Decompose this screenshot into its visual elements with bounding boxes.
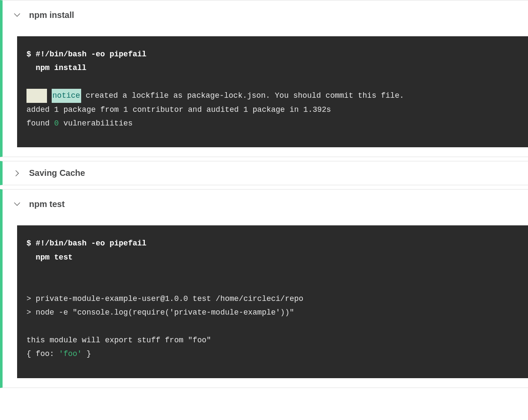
step-header-saving-cache[interactable]: Saving Cache bbox=[3, 161, 528, 185]
terminal-text: added 1 package from 1 contributor and a… bbox=[26, 105, 331, 114]
terminal-number: 0 bbox=[54, 119, 59, 128]
terminal-text: found bbox=[26, 119, 54, 128]
step-title: npm install bbox=[29, 10, 74, 20]
chevron-right-icon bbox=[13, 169, 21, 178]
terminal-prompt: $ bbox=[26, 239, 36, 248]
terminal-shebang: #!/bin/bash -eo pipefail bbox=[36, 50, 147, 58]
terminal-text: { foo: bbox=[26, 350, 59, 358]
terminal-text: this module will export stuff from "foo" bbox=[26, 336, 211, 344]
terminal-text: > node -e "console.log(require('private-… bbox=[26, 308, 294, 317]
step-saving-cache: Saving Cache bbox=[0, 161, 528, 185]
notice-tag: notice bbox=[52, 89, 81, 102]
chevron-down-icon bbox=[13, 11, 21, 19]
step-title: npm test bbox=[29, 199, 65, 209]
npm-hidden-tag: npm bbox=[26, 89, 47, 102]
terminal-value: 'foo' bbox=[59, 350, 82, 358]
terminal-text: vulnerabilities bbox=[59, 119, 133, 128]
step-title: Saving Cache bbox=[29, 168, 85, 178]
terminal-prompt: $ bbox=[26, 50, 36, 58]
chevron-down-icon bbox=[13, 200, 21, 208]
terminal-text: created a lockfile as package-lock.json.… bbox=[81, 91, 404, 100]
terminal-output-npm-install: $ #!/bin/bash -eo pipefail npm install n… bbox=[17, 36, 528, 147]
terminal-text: > private-module-example-user@1.0.0 test… bbox=[26, 295, 303, 303]
terminal-shebang: #!/bin/bash -eo pipefail bbox=[36, 239, 147, 248]
terminal-text: } bbox=[82, 350, 91, 358]
terminal-command: npm install bbox=[26, 64, 86, 72]
step-npm-install: npm install $ #!/bin/bash -eo pipefail n… bbox=[0, 0, 528, 157]
terminal-output-npm-test: $ #!/bin/bash -eo pipefail npm test > pr… bbox=[17, 225, 528, 378]
step-header-npm-test[interactable]: npm test bbox=[3, 190, 528, 212]
step-header-npm-install[interactable]: npm install bbox=[3, 0, 528, 23]
terminal-command: npm test bbox=[26, 253, 73, 262]
step-npm-test: npm test $ #!/bin/bash -eo pipefail npm … bbox=[0, 189, 528, 388]
